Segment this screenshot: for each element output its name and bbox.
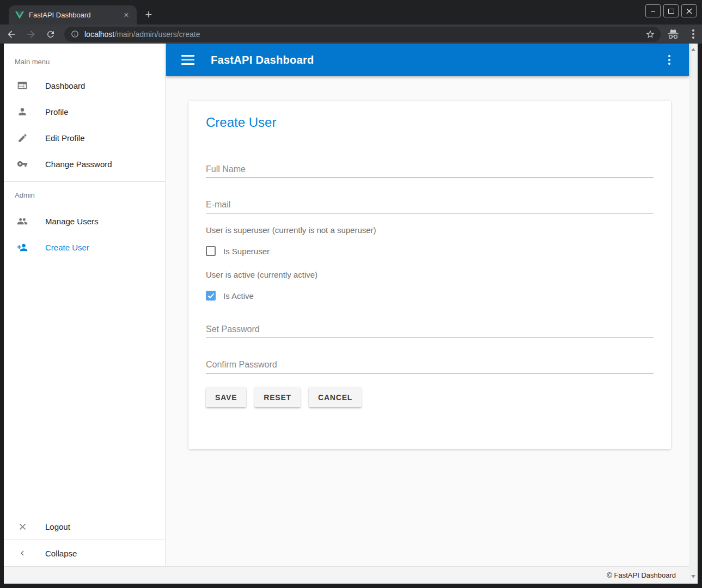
- tab-strip: FastAPI Dashboard × + –: [0, 0, 702, 24]
- incognito-icon: [667, 29, 679, 39]
- browser-menu-button[interactable]: [689, 29, 698, 39]
- checkbox-label: Is Superuser: [223, 247, 270, 256]
- window-close-icon: [686, 8, 692, 14]
- browser-toolbar: localhost/main/admin/users/create: [0, 24, 702, 44]
- window-controls: –: [645, 4, 697, 17]
- sidebar-bottom: Logout Collapse: [4, 513, 165, 566]
- forward-button[interactable]: [23, 27, 39, 42]
- toolbar-right: [667, 29, 698, 39]
- sidebar-item-collapse[interactable]: Collapse: [4, 540, 165, 566]
- bookmark-button[interactable]: [645, 29, 655, 41]
- sidebar-item-change-password[interactable]: Change Password: [4, 151, 165, 177]
- superuser-hint: User is superuser (currently is not a su…: [206, 225, 654, 235]
- create-user-card: Create User User is superuser (currently…: [188, 101, 671, 449]
- reload-icon: [46, 29, 56, 39]
- sidebar-item-create-user[interactable]: Create User: [4, 234, 165, 260]
- new-tab-button[interactable]: +: [141, 7, 157, 23]
- sidebar-item-logout[interactable]: Logout: [4, 513, 165, 540]
- email-input[interactable]: [206, 200, 654, 210]
- confirm-password-input[interactable]: [206, 360, 654, 370]
- sidebar-section-main-menu: Main menu: [4, 51, 165, 72]
- url-path: /main/admin/users/create: [114, 30, 200, 39]
- reload-button[interactable]: [42, 27, 59, 42]
- page-viewport: Main menu Dashboard Profile: [4, 44, 698, 584]
- forward-icon: [26, 29, 36, 40]
- sidebar-item-label: Create User: [45, 243, 89, 252]
- pencil-icon: [17, 132, 28, 143]
- sidebar-section-admin: Admin: [4, 182, 165, 208]
- person-add-icon: [17, 242, 28, 253]
- checkbox-label: Is Active: [223, 291, 254, 301]
- checkmark-icon: [207, 293, 215, 299]
- back-button[interactable]: [3, 27, 20, 42]
- app-title: FastAPI Dashboard: [211, 54, 314, 66]
- chevron-left-icon: [17, 548, 28, 559]
- star-icon: [645, 29, 655, 39]
- sidebar-item-label: Profile: [45, 107, 69, 117]
- page-title: Create User: [206, 115, 654, 130]
- app-header: FastAPI Dashboard: [166, 44, 689, 76]
- sidebar-item-label: Manage Users: [45, 217, 99, 226]
- is-superuser-checkbox[interactable]: [206, 246, 216, 256]
- active-hint: User is active (currently active): [206, 270, 654, 279]
- hamburger-menu-icon[interactable]: [181, 55, 194, 65]
- back-icon: [6, 29, 17, 40]
- email-field[interactable]: [206, 200, 654, 213]
- address-bar[interactable]: localhost/main/admin/users/create: [64, 27, 661, 42]
- sidebar-item-label: Change Password: [45, 160, 112, 169]
- maximize-icon: [668, 9, 674, 14]
- scroll-down-icon[interactable]: [691, 575, 695, 578]
- cancel-button[interactable]: CANCEL: [309, 387, 362, 407]
- sidebar-item-edit-profile[interactable]: Edit Profile: [4, 125, 165, 151]
- sidebar: Main menu Dashboard Profile: [4, 44, 166, 566]
- app-footer: © FastAPI Dashboard: [4, 566, 689, 584]
- person-icon: [17, 106, 28, 117]
- sidebar-item-label: Collapse: [45, 549, 77, 558]
- footer-text: © FastAPI Dashboard: [607, 571, 676, 579]
- main-area: FastAPI Dashboard Create User User is su…: [166, 44, 689, 566]
- is-superuser-checkbox-row[interactable]: Is Superuser: [206, 246, 654, 256]
- browser-window: FastAPI Dashboard × + – localhost/main/a…: [0, 0, 702, 588]
- app-overflow-menu-button[interactable]: [665, 55, 674, 65]
- people-icon: [17, 216, 28, 226]
- scroll-up-icon[interactable]: [691, 48, 695, 51]
- sidebar-item-label: Logout: [45, 522, 70, 531]
- site-info-icon[interactable]: [71, 30, 79, 38]
- tab-title: FastAPI Dashboard: [29, 11, 121, 19]
- dashboard-icon: [17, 80, 28, 91]
- maximize-button[interactable]: [663, 4, 679, 17]
- set-password-input[interactable]: [206, 324, 654, 334]
- page-scrollbar[interactable]: [689, 44, 698, 584]
- sidebar-item-manage-users[interactable]: Manage Users: [4, 208, 165, 234]
- browser-tab[interactable]: FastAPI Dashboard ×: [9, 5, 137, 24]
- set-password-field[interactable]: [206, 324, 654, 338]
- url-text: localhost/main/admin/users/create: [84, 30, 200, 39]
- confirm-password-field[interactable]: [206, 360, 654, 373]
- is-active-checkbox-row[interactable]: Is Active: [206, 291, 654, 301]
- full-name-field[interactable]: [206, 164, 654, 178]
- incognito-button[interactable]: [667, 29, 679, 39]
- form-actions: SAVE RESET CANCEL: [206, 387, 654, 407]
- sidebar-item-label: Edit Profile: [45, 133, 85, 143]
- sidebar-item-dashboard[interactable]: Dashboard: [4, 72, 165, 99]
- sidebar-item-label: Dashboard: [45, 81, 85, 90]
- save-button[interactable]: SAVE: [206, 387, 246, 407]
- full-name-input[interactable]: [206, 164, 654, 174]
- window-close-button[interactable]: [681, 4, 697, 17]
- key-icon: [17, 158, 28, 169]
- reset-button[interactable]: RESET: [254, 387, 301, 407]
- url-host: localhost: [84, 30, 114, 39]
- minimize-button[interactable]: –: [645, 4, 661, 17]
- close-icon: [17, 521, 28, 532]
- app-page: Main menu Dashboard Profile: [4, 44, 689, 584]
- vue-logo-icon: [15, 11, 24, 19]
- is-active-checkbox[interactable]: [206, 291, 216, 301]
- sidebar-item-profile[interactable]: Profile: [4, 99, 165, 125]
- tab-close-icon[interactable]: ×: [121, 11, 131, 20]
